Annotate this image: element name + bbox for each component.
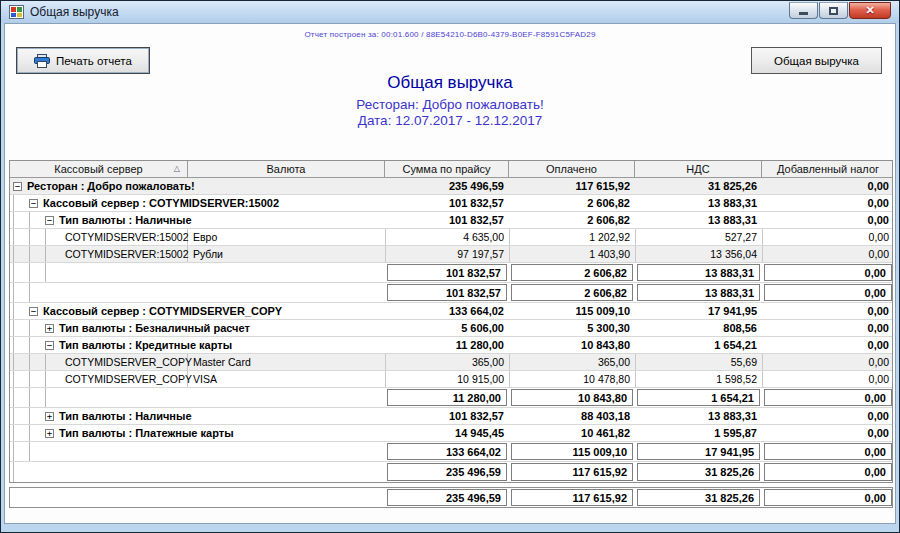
indent-guide: [45, 229, 61, 245]
indent-guide: [13, 283, 29, 302]
server-cell: COTYMIDSERVER:15002: [61, 229, 188, 245]
group-label: Тип валюты : Наличные: [59, 214, 192, 226]
subtotal-value: 0,00: [764, 264, 892, 281]
table-row-subtotal: 101 832,572 606,8213 883,310,00: [10, 263, 892, 283]
indent-guide: [29, 263, 45, 282]
subtotal-value: 101 832,57: [387, 284, 507, 301]
indent-guide: [13, 303, 29, 319]
report-restaurant-line: Ресторан: Добро пожаловать!: [5, 97, 895, 113]
value-column: 1 654,21: [635, 388, 762, 407]
grandtotal-value: 235 496,59: [387, 489, 507, 506]
subtotal-value: 117 615,92: [511, 463, 633, 481]
column-header-currency[interactable]: Валюта: [188, 161, 385, 177]
collapse-toggle-icon[interactable]: −: [29, 199, 38, 208]
indent-guide: [13, 354, 29, 370]
value-cell: 13 883,31: [635, 408, 762, 424]
collapse-toggle-icon[interactable]: −: [29, 307, 38, 316]
value-cell: 1 654,21: [635, 337, 762, 353]
tree-cell: COTYMIDSERVER:15002Рубли: [10, 246, 385, 262]
collapse-toggle-icon[interactable]: −: [45, 216, 54, 225]
tree-cell: COTYMIDSERVER_COPYMaster Card: [10, 354, 385, 370]
indent-guide: [13, 212, 29, 228]
indent-guide: [45, 263, 61, 282]
value-column: 0,00: [762, 488, 894, 507]
value-cell: 0,00: [762, 354, 894, 370]
value-column: 0,00: [762, 462, 894, 482]
indent-guide: [45, 246, 61, 262]
currency-cell: VISA: [188, 371, 385, 387]
column-header-cash-server[interactable]: Кассовый сервер△: [10, 161, 188, 177]
grandtotal-value: 117 615,92: [511, 489, 633, 506]
group-label: Кассовый сервер : COTYMIDSERVER_COPY: [43, 305, 282, 317]
value-cell: 2 606,82: [509, 212, 635, 228]
indent-guide: [29, 354, 45, 370]
currency-cell: Master Card: [188, 354, 385, 370]
indent-guide: [29, 442, 45, 461]
revenue-table: Кассовый сервер△ВалютаСумма по прайсуОпл…: [9, 160, 893, 508]
value-cell: 1 595,87: [635, 425, 762, 441]
print-report-button[interactable]: Печать отчета: [16, 47, 150, 74]
indent-guide: [29, 212, 45, 228]
value-column: 133 664,02: [385, 442, 509, 461]
expand-toggle-icon[interactable]: +: [45, 412, 54, 421]
value-column: 13 883,31: [635, 263, 762, 282]
value-cell: 13 356,04: [635, 246, 762, 262]
value-column: 117 615,92: [509, 462, 635, 482]
indent-guide: [29, 246, 45, 262]
value-column: 31 825,26: [635, 462, 762, 482]
column-header-paid[interactable]: Оплачено: [509, 161, 635, 177]
subtotal-value: 0,00: [764, 463, 892, 481]
value-cell: 117 615,92: [509, 178, 635, 194]
titlebar[interactable]: Общая выручка ✕: [1, 1, 899, 23]
tree-cell: +Тип валюты : Платежные карты: [10, 425, 385, 441]
server-cell: COTYMIDSERVER_COPY: [61, 371, 188, 387]
report-meta: Отчет построен за: 00:01.600 / 88E54210-…: [5, 30, 895, 39]
value-cell: 14 945,45: [385, 425, 509, 441]
value-column: 235 496,59: [385, 488, 509, 507]
table-row-group: +Тип валюты : Платежные карты14 945,4510…: [10, 425, 892, 442]
subtotal-value: 11 280,00: [387, 389, 507, 406]
minimize-icon: [799, 12, 808, 15]
tree-cell: −Ресторан : Добро пожаловать!: [10, 178, 385, 194]
value-cell: 97 197,57: [385, 246, 509, 262]
subtotal-value: 13 883,31: [637, 284, 760, 301]
table-body: Кассовый сервер△ВалютаСумма по прайсуОпл…: [9, 160, 893, 483]
tree-cell: −Кассовый сервер : COTYMIDSERVER_COPY: [10, 303, 385, 319]
value-column: 235 496,59: [385, 462, 509, 482]
table-row-detail: COTYMIDSERVER:15002Рубли97 197,571 403,9…: [10, 246, 892, 263]
report-subtitle: Ресторан: Добро пожаловать! Дата: 12.07.…: [5, 97, 895, 129]
value-cell: 1 403,90: [509, 246, 635, 262]
value-column: 0,00: [762, 388, 894, 407]
column-header-added-tax[interactable]: Добавленный налог: [762, 161, 894, 177]
indent-guide: [29, 425, 45, 441]
value-cell: 0,00: [762, 303, 894, 319]
value-cell: 0,00: [762, 320, 894, 336]
minimize-button[interactable]: [789, 2, 818, 19]
collapse-toggle-icon[interactable]: −: [45, 341, 54, 350]
maximize-button[interactable]: [819, 2, 848, 19]
table-row-detail: COTYMIDSERVER_COPYVISA10 915,0010 478,80…: [10, 371, 892, 388]
value-cell: 0,00: [762, 408, 894, 424]
expand-toggle-icon[interactable]: +: [45, 429, 54, 438]
value-cell: 31 825,26: [635, 178, 762, 194]
value-column: 31 825,26: [635, 488, 762, 507]
close-button[interactable]: ✕: [849, 2, 891, 19]
value-cell: 101 832,57: [385, 408, 509, 424]
indent-guide: [13, 195, 29, 211]
subtotal-value: 13 883,31: [637, 264, 760, 281]
tree-cell: [10, 442, 385, 461]
value-cell: 1 202,92: [509, 229, 635, 245]
indent-guide: [13, 371, 29, 387]
collapse-toggle-icon[interactable]: −: [13, 182, 22, 191]
expand-toggle-icon[interactable]: +: [45, 324, 54, 333]
column-header-price-sum[interactable]: Сумма по прайсу: [385, 161, 509, 177]
value-cell: 0,00: [762, 229, 894, 245]
indent-guide: [45, 354, 61, 370]
column-header-vat[interactable]: НДС: [635, 161, 762, 177]
value-cell: 101 832,57: [385, 212, 509, 228]
report-name-button[interactable]: Общая выручка: [751, 47, 882, 74]
grandtotal-value: 31 825,26: [637, 489, 760, 506]
tree-cell: −Кассовый сервер : COTYMIDSERVER:15002: [10, 195, 385, 211]
value-cell: 11 280,00: [385, 337, 509, 353]
value-column: 101 832,57: [385, 283, 509, 302]
